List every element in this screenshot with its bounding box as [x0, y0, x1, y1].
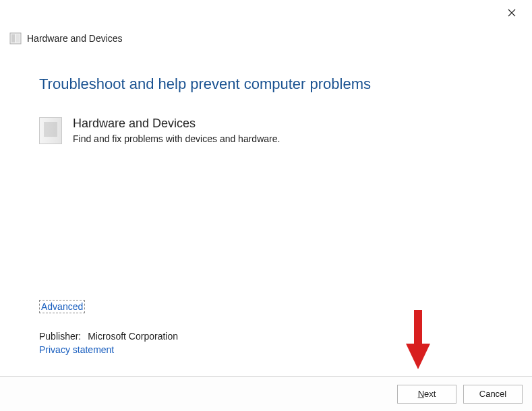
publisher-row: Publisher: Microsoft Corporation	[39, 331, 493, 342]
close-button[interactable]	[498, 3, 525, 23]
next-button[interactable]: Next	[397, 385, 456, 404]
footer-button-bar: Next Cancel	[0, 376, 532, 411]
next-button-label: ext	[424, 389, 436, 399]
svg-rect-3	[11, 34, 15, 42]
next-button-accelerator: N	[418, 389, 424, 399]
troubleshooter-text: Hardware and Devices Find and fix proble…	[73, 116, 280, 146]
close-icon	[508, 9, 516, 17]
cancel-button[interactable]: Cancel	[463, 385, 523, 404]
troubleshooter-description: Find and fix problems with devices and h…	[73, 133, 280, 146]
window-header: Hardware and Devices	[0, 26, 532, 49]
publisher-name: Microsoft Corporation	[88, 331, 178, 342]
page-title: Troubleshoot and help prevent computer p…	[39, 75, 493, 93]
lower-links: Advanced Publisher: Microsoft Corporatio…	[39, 300, 493, 356]
titlebar	[0, 0, 532, 26]
privacy-statement-link[interactable]: Privacy statement	[39, 344, 114, 355]
troubleshooter-title: Hardware and Devices	[73, 116, 280, 131]
content-area: Troubleshoot and help prevent computer p…	[0, 49, 532, 146]
troubleshooter-icon	[9, 32, 22, 44]
hardware-icon	[39, 117, 62, 144]
advanced-link[interactable]: Advanced	[39, 300, 85, 313]
troubleshooter-item: Hardware and Devices Find and fix proble…	[39, 116, 493, 146]
svg-rect-4	[16, 34, 20, 42]
publisher-label: Publisher:	[39, 331, 81, 342]
window-title: Hardware and Devices	[27, 33, 123, 44]
